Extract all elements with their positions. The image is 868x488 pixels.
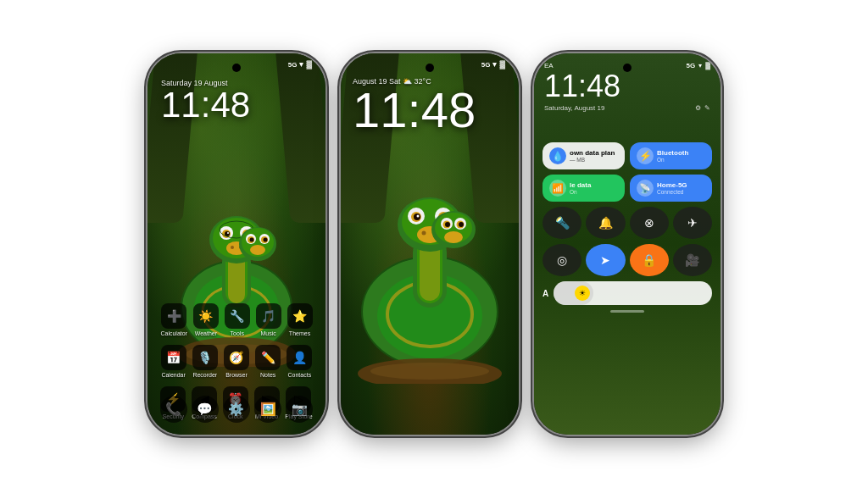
wifi-icon-1: ▾ [299,60,303,69]
app-music[interactable]: 🎵 Music [256,303,281,336]
app-themes[interactable]: ⭐ Themes [287,303,313,336]
phone-2: 5G ▾ ▓ August 19 Sat ⛅ 32°C 11:48 [341,53,519,435]
tile-mobile-data-text: le data On [570,181,591,195]
mobile-data-icon: 📶 [549,180,566,197]
calculator-icon: ➕ [161,303,186,329]
music-icon: 🎵 [256,303,281,329]
svg-point-47 [417,215,420,218]
phone-1: 5G ▾ ▓ Saturday 19 August 11:48 ➕ Calcul… [147,53,326,435]
control-tiles: 💧 own data plan — MB ⚡ Bluetooth On [542,142,712,313]
brightness-slider[interactable]: ☀ [554,281,712,305]
location-btn[interactable]: ➤ [586,244,625,276]
status-right: 5G ▾ ▓ [686,62,710,69]
calendar-icon: 📅 [161,345,186,370]
tile-data-plan[interactable]: 💧 own data plan — MB [542,142,625,169]
cc-clock-time: 11:48 [544,69,710,103]
notification-btn[interactable]: 🔔 [586,207,625,239]
phone-3-screen: EA 5G ▾ ▓ 11:48 Saturday, August 19 ⚙ ✎ [534,53,721,435]
edit-icon-cc[interactable]: ✎ [704,104,710,112]
app-calendar[interactable]: 📅 Calendar [161,345,186,378]
app-contacts[interactable]: 👤 Contacts [287,345,312,378]
app-row-1: ➕ Calculator ☀️ Weather 🔧 Tools 🎵 Music [158,303,315,336]
themes-icon: ⭐ [287,303,313,329]
tile-data-plan-text: own data plan — MB [570,149,615,163]
flashlight-btn[interactable]: 🔦 [542,207,581,239]
punch-hole-1 [232,64,241,72]
brightness-label: A [542,289,548,298]
screenlock-btn[interactable]: 🔒 [630,244,669,276]
5g-badge: 5G [686,62,695,69]
snake-svg-2 [345,147,515,384]
cc-date-row: Saturday, August 19 ⚙ ✎ [544,104,710,112]
video-btn[interactable]: 🎥 [673,244,712,276]
contacts-icon: 👤 [287,345,312,370]
svg-point-28 [264,238,268,242]
dock-phone[interactable]: 📞 [160,396,187,423]
brightness-thumb: ☀ [575,286,590,301]
svg-point-29 [250,245,265,255]
clock-time-2: 11:48 [353,86,519,135]
status-icons-2: 5G ▾ ▓ [481,60,505,69]
svg-point-59 [459,222,464,227]
svg-point-60 [444,231,463,243]
svg-point-27 [250,238,254,242]
clock-area-1: Saturday 19 August 11:48 [147,79,326,123]
brightness-row: A ☀ [542,281,712,305]
bottom-controls: ◎ ➤ 🔒 🎥 [542,244,712,276]
svg-point-15 [227,232,229,234]
dock-gallery[interactable]: 🖼️ [254,396,281,423]
settings-icon-cc[interactable]: ⚙ [695,104,701,112]
app-browser[interactable]: 🧭 Browser [224,345,249,378]
signal-5g-1: 5G [288,61,298,69]
svg-point-50 [422,231,426,236]
dock-1: 📞 💬 ⚙️ 🖼️ 📷 [147,391,326,428]
tile-wifi[interactable]: 📡 Home-5G Connected [630,175,712,202]
svg-point-58 [445,222,450,227]
dock-camera[interactable]: 📷 [286,396,313,423]
phone-1-screen: 5G ▾ ▓ Saturday 19 August 11:48 ➕ Calcul… [147,53,326,435]
phone-3: EA 5G ▾ ▓ 11:48 Saturday, August 19 ⚙ ✎ [534,53,721,435]
screen-record-btn[interactable]: ⊗ [630,207,669,239]
tile-mobile-data[interactable]: 📶 le data On [542,175,625,202]
dock-messages[interactable]: 💬 [192,396,219,423]
volume-bar [610,310,644,313]
cc-extra-icons: ⚙ ✎ [695,104,710,112]
recorder-icon: 🎙️ [192,345,218,370]
phone-2-screen: 5G ▾ ▓ August 19 Sat ⛅ 32°C 11:48 [341,53,519,435]
cc-date: Saturday, August 19 [544,104,604,112]
svg-point-62 [370,363,489,380]
app-weather[interactable]: ☀️ Weather [193,303,219,336]
battery-icon-1: ▓ [306,60,312,69]
app-row-2: 📅 Calendar 🎙️ Recorder 🧭 Browser ✏️ Note… [158,345,315,378]
tiles-row-2: 📶 le data On 📡 Home-5G Connected [542,175,712,202]
wifi-tile-icon: 📡 [637,180,654,197]
tiles-row-1: 💧 own data plan — MB ⚡ Bluetooth On [542,142,712,169]
dock-settings[interactable]: ⚙️ [223,396,250,423]
punch-hole-3 [623,64,632,72]
phones-container: 5G ▾ ▓ Saturday 19 August 11:48 ➕ Calcul… [0,0,868,488]
browser-icon: 🧭 [224,345,249,370]
battery-icon-2: ▓ [499,60,505,69]
app-calculator[interactable]: ➕ Calculator [160,303,187,336]
app-recorder[interactable]: 🎙️ Recorder [192,345,218,378]
wifi-icon-2: ▾ [492,60,497,69]
app-tools[interactable]: 🔧 Tools [225,303,250,336]
app-notes[interactable]: ✏️ Notes [255,345,281,378]
auto-rotate-btn[interactable]: ◎ [542,244,581,276]
clock-time-1: 11:48 [161,87,326,123]
tools-icon: 🔧 [225,303,250,329]
airplane-btn[interactable]: ✈ [673,207,712,239]
notes-icon: ✏️ [255,345,281,370]
small-controls: 🔦 🔔 ⊗ ✈ [542,207,712,239]
brightness-fill: ☀ [554,281,593,305]
snake-illustration-2 [345,147,515,384]
data-plan-icon: 💧 [549,147,566,164]
signal-5g-2: 5G [481,61,491,69]
bluetooth-icon: ⚡ [637,147,654,164]
status-icons-1: 5G ▾ ▓ [288,60,312,69]
clock-area-2: August 19 Sat ⛅ 32°C 11:48 [341,77,519,135]
battery-icon-3: ▓ [705,62,710,69]
app-grid-1: ➕ Calculator ☀️ Weather 🔧 Tools 🎵 Music [147,297,326,435]
svg-point-18 [231,246,234,249]
tile-bluetooth[interactable]: ⚡ Bluetooth On [630,142,712,169]
